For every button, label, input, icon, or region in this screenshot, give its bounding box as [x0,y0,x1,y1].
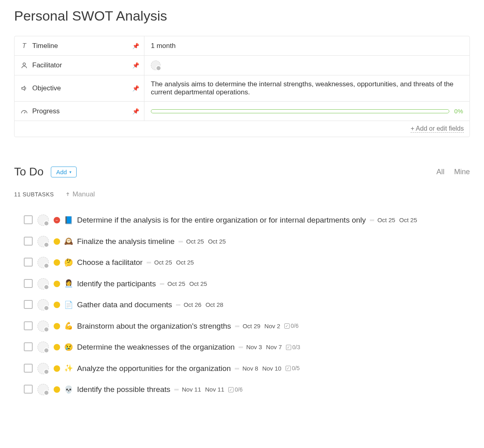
assignee-avatar[interactable] [38,363,49,374]
task-row[interactable]: 💀Identify the possible threats═Nov 11Nov… [14,379,470,400]
pin-icon[interactable]: 📌 [132,108,139,115]
add-button[interactable]: Add [51,167,77,177]
task-start-date[interactable]: Oct 25 [378,216,395,225]
assignee-avatar[interactable] [38,278,49,290]
task-due-date[interactable]: Oct 28 [205,300,223,310]
field-label-cell[interactable]: Objective 📌 [15,75,144,101]
priority-icon[interactable]: ═ [235,322,239,331]
task-checkbox[interactable] [24,321,33,330]
status-dot[interactable] [54,323,60,329]
task-icon: 🤔 [64,257,73,268]
assignee-avatar[interactable] [38,215,49,226]
task-row[interactable]: −📘Determine if the analysis is for the e… [14,210,470,231]
priority-icon[interactable]: ═ [235,364,238,373]
sort-label: Manual [73,190,95,198]
field-row-progress: Progress 📌 0% [15,102,469,121]
task-title[interactable]: Analyze the opportunities for the organi… [77,363,231,375]
task-checkbox[interactable] [24,279,33,288]
task-start-date[interactable]: Nov 8 [242,364,258,373]
task-due-date[interactable]: Nov 7 [266,343,282,352]
status-dot[interactable] [54,259,60,266]
section-header: To Do Add All Mine [14,165,470,178]
priority-icon[interactable]: ═ [370,216,373,225]
task-start-date[interactable]: Oct 25 [167,279,185,289]
task-due-date[interactable]: Nov 11 [205,385,224,394]
task-row[interactable]: 😢Determine the weaknesses of the organiz… [14,337,470,358]
add-edit-fields-link[interactable]: + Add or edit fields [411,125,464,133]
status-dot[interactable] [54,281,60,287]
priority-icon[interactable]: ═ [174,385,178,394]
assignee-avatar[interactable] [38,299,49,310]
task-due-date[interactable]: Nov 10 [262,364,282,373]
field-value[interactable] [144,56,469,75]
assignee-avatar[interactable] [38,257,49,268]
task-checkbox[interactable] [24,300,33,309]
priority-icon[interactable]: ═ [176,300,180,310]
task-checkbox[interactable] [24,385,33,394]
status-dot[interactable] [54,386,60,393]
assignee-avatar[interactable] [38,384,49,395]
task-start-date[interactable]: Nov 11 [182,385,201,394]
text-icon: T [20,42,28,50]
task-start-date[interactable]: Oct 25 [154,258,172,267]
task-title[interactable]: Brainstorm about the organization's stre… [77,321,231,332]
task-checklist[interactable]: 0/6 [284,322,298,330]
task-title[interactable]: Gather data and documents [77,299,172,311]
task-row[interactable]: 🕰️Finalize the analysis timeline═Oct 25O… [14,231,470,252]
sort-mode[interactable]: Manual [65,190,95,198]
status-dot[interactable] [54,302,60,308]
task-checklist[interactable]: 0/5 [286,364,300,373]
task-checklist[interactable]: 0/6 [228,385,242,394]
task-checkbox[interactable] [24,342,33,351]
task-title[interactable]: Identify the participants [77,278,156,290]
priority-icon[interactable]: ═ [147,258,150,267]
priority-icon[interactable]: ═ [239,343,242,352]
priority-icon[interactable]: ═ [160,279,163,289]
filter-all[interactable]: All [436,168,444,176]
task-row[interactable]: 📄Gather data and documents═Oct 26Oct 28 [14,294,470,316]
task-due-date[interactable]: Oct 25 [189,279,207,289]
field-label-cell[interactable]: Facilitator 📌 [15,56,144,75]
field-value[interactable]: 0% [144,102,469,121]
task-start-date[interactable]: Nov 3 [246,343,262,352]
field-value[interactable]: The analysis aims to determine the inter… [144,75,469,101]
task-title[interactable]: Determine if the analysis is for the ent… [77,215,366,226]
assignee-avatar[interactable] [38,342,49,353]
task-title[interactable]: Finalize the analysis timeline [77,236,175,248]
task-due-date[interactable]: Oct 25 [399,216,417,225]
task-start-date[interactable]: Oct 26 [184,300,201,310]
task-title[interactable]: Determine the weaknesses of the organiza… [77,342,235,353]
task-checkbox[interactable] [24,258,33,267]
task-start-date[interactable]: Oct 25 [186,237,204,246]
task-due-date[interactable]: Oct 25 [176,258,194,267]
task-title[interactable]: Identify the possible threats [77,384,170,396]
pin-icon[interactable]: 📌 [132,43,139,49]
pin-icon[interactable]: 📌 [132,85,139,92]
task-row[interactable]: 👩‍💼Identify the participants═Oct 25Oct 2… [14,273,470,295]
task-row[interactable]: 🤔Choose a facilitator═Oct 25Oct 25 [14,252,470,273]
task-row[interactable]: 💪Brainstorm about the organization's str… [14,316,470,337]
pin-icon[interactable]: 📌 [132,62,139,69]
task-due-date[interactable]: Nov 2 [265,322,280,331]
field-label-cell[interactable]: T Timeline 📌 [15,36,144,55]
filter-mine[interactable]: Mine [454,168,470,176]
task-checkbox[interactable] [24,237,33,246]
task-checklist[interactable]: 0/3 [286,343,300,352]
task-start-date[interactable]: Oct 29 [242,322,260,331]
field-value[interactable]: 1 month [144,36,469,55]
status-dot[interactable] [54,344,60,350]
status-dot[interactable] [54,238,60,245]
status-dot[interactable]: − [54,217,60,223]
progress-bar [151,109,449,113]
task-checkbox[interactable] [24,364,33,373]
avatar-placeholder-icon[interactable] [151,60,161,70]
priority-icon[interactable]: ═ [179,237,182,246]
status-dot[interactable] [54,365,60,372]
task-due-date[interactable]: Oct 25 [208,237,226,246]
task-checkbox[interactable] [24,215,33,224]
assignee-avatar[interactable] [38,236,49,247]
field-label-cell[interactable]: Progress 📌 [15,102,144,121]
assignee-avatar[interactable] [38,321,49,332]
task-row[interactable]: ✨Analyze the opportunities for the organ… [14,358,470,379]
task-title[interactable]: Choose a facilitator [77,257,143,269]
